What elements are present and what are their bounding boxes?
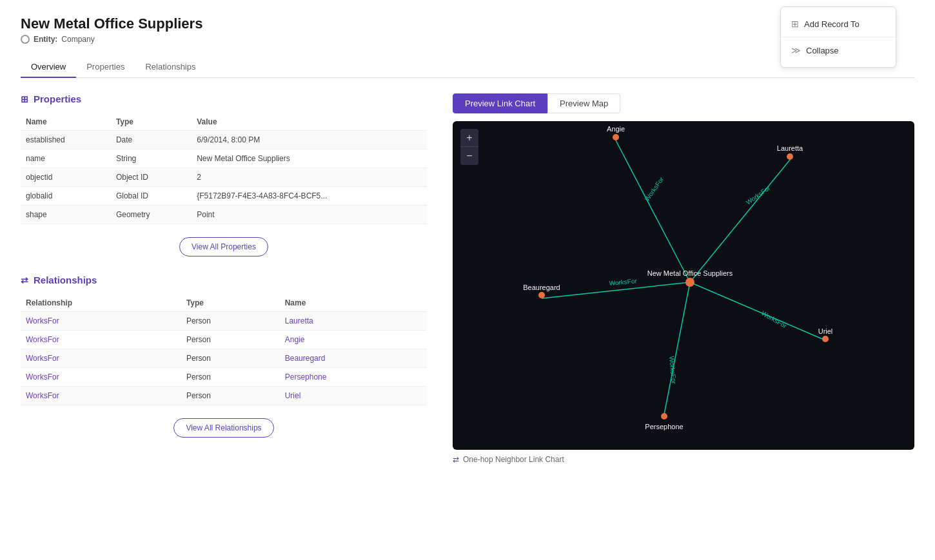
- rel-relationship-cell: WorksFor: [21, 387, 181, 405]
- add-record-menu-item[interactable]: ⊞ Add Record To: [781, 12, 896, 35]
- rel-type-cell: Person: [181, 387, 280, 405]
- node-uriel[interactable]: [822, 336, 829, 342]
- properties-table: Name Type Value established Date 6/9/201…: [21, 113, 427, 224]
- node-persephone[interactable]: [661, 413, 667, 420]
- node-persephone-label: Persephone: [645, 423, 683, 430]
- rel-name-cell: Persephone: [280, 368, 427, 387]
- rel-col-type: Type: [181, 294, 280, 312]
- collapse-icon: ≫: [791, 45, 801, 55]
- rel-relationship-cell: WorksFor: [21, 368, 181, 387]
- view-all-relationships-button[interactable]: View All Relationships: [173, 418, 273, 438]
- node-angie[interactable]: [613, 134, 619, 140]
- edge-center-lauretta: [690, 160, 790, 282]
- edge-label-beauregard: WorksFor: [609, 277, 638, 287]
- node-uriel-label: Uriel: [818, 327, 833, 335]
- chart-container: + − WorksFor: [453, 121, 914, 450]
- prop-col-name: Name: [21, 113, 111, 131]
- properties-icon: ⊞: [21, 94, 28, 104]
- rel-name-cell: Angie: [280, 331, 427, 349]
- node-beauregard[interactable]: [538, 292, 545, 298]
- properties-row: objectid Object ID 2: [21, 168, 427, 187]
- link-chart-svg: WorksFor WorksFor WorksFor WorksFor Work…: [453, 121, 914, 450]
- prop-value-cell: 2: [192, 168, 427, 187]
- collapse-label: Collapse: [806, 46, 839, 55]
- rel-col-relationship: Relationship: [21, 294, 181, 312]
- prop-name-cell: name: [21, 150, 111, 168]
- edge-center-angie: [616, 140, 690, 282]
- tab-preview-map[interactable]: Preview Map: [547, 93, 620, 113]
- rel-name-cell: Lauretta: [280, 312, 427, 331]
- rel-type-cell: Person: [181, 312, 280, 331]
- context-menu: ⊞ Add Record To ≫ Collapse: [780, 6, 896, 68]
- prop-type-cell: Geometry: [111, 206, 192, 224]
- entity-label: Entity:: [34, 35, 57, 44]
- add-record-label: Add Record To: [804, 19, 860, 29]
- chart-tabs: Preview Link Chart Preview Map: [453, 93, 914, 113]
- chart-footer-text: One-hop Neighbor Link Chart: [463, 455, 564, 464]
- properties-row: name String New Metal Office Suppliers: [21, 150, 427, 168]
- prop-value-cell: {F5172B97-F4E3-4A83-8FC4-BCF5...: [192, 187, 427, 206]
- relationships-row: WorksFor Person Persephone: [21, 368, 427, 387]
- prop-name-cell: objectid: [21, 168, 111, 187]
- left-panel: ⊞ Properties Name Type Value established…: [21, 93, 427, 464]
- prop-value-cell: 6/9/2014, 8:00 PM: [192, 131, 427, 150]
- main-content: ⊞ Properties Name Type Value established…: [21, 93, 914, 464]
- rel-type-cell: Person: [181, 368, 280, 387]
- edge-center-uriel: [690, 282, 825, 340]
- prop-type-cell: String: [111, 150, 192, 168]
- relationships-row: WorksFor Person Beauregard: [21, 349, 427, 368]
- collapse-menu-item[interactable]: ≫ Collapse: [781, 39, 896, 62]
- edge-label-lauretta: WorksFor: [745, 184, 772, 206]
- prop-value-cell: New Metal Office Suppliers: [192, 150, 427, 168]
- chart-footer: ⇄ One-hop Neighbor Link Chart: [453, 455, 914, 464]
- entity-icon: [21, 35, 30, 44]
- relationships-row: WorksFor Person Uriel: [21, 387, 427, 405]
- prop-type-cell: Date: [111, 131, 192, 150]
- chart-footer-icon: ⇄: [453, 455, 459, 464]
- rel-relationship-cell: WorksFor: [21, 349, 181, 368]
- add-record-icon: ⊞: [791, 19, 799, 29]
- tab-relationships[interactable]: Relationships: [135, 57, 206, 78]
- properties-row: globalid Global ID {F5172B97-F4E3-4A83-8…: [21, 187, 427, 206]
- tab-preview-link-chart[interactable]: Preview Link Chart: [453, 93, 547, 113]
- relationships-table: Relationship Type Name WorksFor Person L…: [21, 294, 427, 405]
- properties-row: established Date 6/9/2014, 8:00 PM: [21, 131, 427, 150]
- rel-type-cell: Person: [181, 349, 280, 368]
- prop-name-cell: established: [21, 131, 111, 150]
- properties-row: shape Geometry Point: [21, 206, 427, 224]
- rel-relationship-cell: WorksFor: [21, 331, 181, 349]
- prop-value-cell: Point: [192, 206, 427, 224]
- relationships-icon: ⇄: [21, 275, 28, 285]
- edge-center-persephone: [664, 282, 690, 414]
- node-center-label: New Metal Office Suppliers: [647, 269, 733, 277]
- tab-overview[interactable]: Overview: [21, 57, 76, 78]
- entity-value: Company: [61, 35, 94, 44]
- view-all-properties-button[interactable]: View All Properties: [179, 237, 268, 256]
- right-panel: Preview Link Chart Preview Map + −: [453, 93, 914, 464]
- edge-label-uriel: WorksFor: [760, 309, 788, 329]
- prop-type-cell: Global ID: [111, 187, 192, 206]
- zoom-out-button[interactable]: −: [460, 147, 478, 165]
- properties-title-text: Properties: [34, 93, 81, 104]
- rel-relationship-cell: WorksFor: [21, 312, 181, 331]
- node-beauregard-label: Beauregard: [523, 284, 560, 291]
- edge-label-persephone: WorksFor: [668, 356, 678, 385]
- node-center[interactable]: [685, 278, 694, 287]
- rel-name-cell: Uriel: [280, 387, 427, 405]
- properties-section-title: ⊞ Properties: [21, 93, 427, 104]
- relationships-row: WorksFor Person Angie: [21, 331, 427, 349]
- zoom-in-button[interactable]: +: [460, 129, 478, 147]
- node-angie-label: Angie: [607, 125, 625, 133]
- prop-type-cell: Object ID: [111, 168, 192, 187]
- relationships-section-title: ⇄ Relationships: [21, 275, 427, 285]
- node-lauretta[interactable]: [787, 153, 793, 160]
- rel-type-cell: Person: [181, 331, 280, 349]
- rel-col-name: Name: [280, 294, 427, 312]
- zoom-controls: + −: [460, 129, 478, 165]
- prop-col-value: Value: [192, 113, 427, 131]
- prop-name-cell: globalid: [21, 187, 111, 206]
- edge-label-angie: WorksFor: [644, 175, 665, 202]
- tab-properties[interactable]: Properties: [76, 57, 135, 78]
- prop-name-cell: shape: [21, 206, 111, 224]
- rel-name-cell: Beauregard: [280, 349, 427, 368]
